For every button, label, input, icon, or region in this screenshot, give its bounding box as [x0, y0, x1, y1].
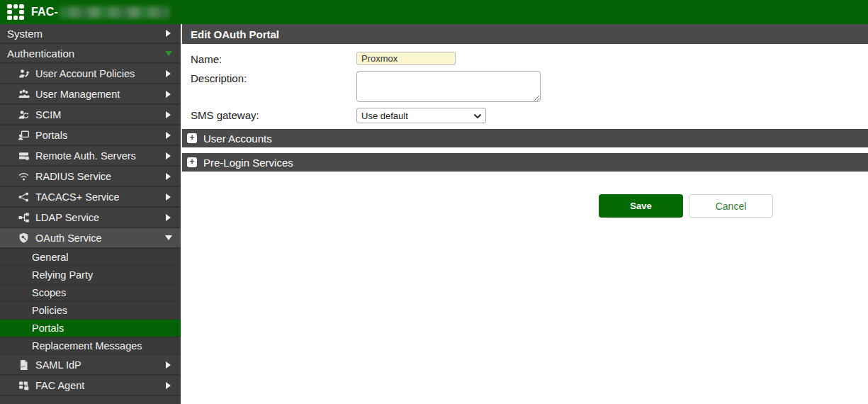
sidebar-item-authentication[interactable]: Authentication [0, 44, 181, 64]
top-header-bar: FAC- [0, 0, 868, 24]
sidebar-item-label: OAuth Service [35, 232, 165, 244]
section-label: Pre-Login Services [203, 157, 293, 169]
wifi-icon [18, 170, 31, 182]
chevron-right-icon [166, 132, 171, 139]
sidebar-item-label: RADIUS Service [35, 171, 166, 182]
sidebar-item-label: User Account Policies [35, 68, 166, 79]
expand-plus-icon[interactable]: + [187, 133, 197, 143]
chevron-right-icon [166, 70, 171, 77]
section-pre-login-services[interactable]: + Pre-Login Services [182, 153, 868, 172]
user-sync-icon [18, 108, 31, 120]
servers-icon [18, 150, 31, 162]
sidebar-item-label: TACACS+ Service [35, 191, 166, 203]
network-icon [18, 191, 31, 203]
sidebar-item-label: Portals [35, 130, 166, 141]
description-textarea[interactable] [356, 71, 541, 102]
cancel-button[interactable]: Cancel [689, 194, 773, 218]
sidebar-item-label: User Management [35, 89, 166, 100]
sidebar: System Authentication User Account Polic… [0, 24, 181, 404]
sidebar-item-user-account-policies[interactable]: User Account Policies [0, 64, 181, 84]
oauth-service-submenu: General Relying Party Scopes Policies Po… [0, 249, 181, 355]
sms-gateway-label: SMS gateway: [191, 108, 356, 123]
sms-gateway-select[interactable]: Use default [356, 108, 486, 123]
redacted-hostname [60, 6, 169, 18]
description-label: Description: [191, 71, 356, 102]
tree-icon [18, 211, 31, 223]
section-label: User Accounts [203, 133, 272, 145]
user-window-icon [18, 129, 31, 141]
sidebar-item-portals[interactable]: Portals [0, 125, 181, 146]
sidebar-item-label: Remote Auth. Servers [35, 150, 166, 162]
sidebar-item-system[interactable]: System [0, 24, 181, 44]
chevron-right-icon [166, 193, 171, 201]
sidebar-item-tacacs-service[interactable]: TACACS+ Service [0, 187, 181, 208]
save-button[interactable]: Save [599, 194, 683, 218]
section-user-accounts[interactable]: + User Accounts [182, 129, 868, 147]
chevron-right-icon [166, 111, 171, 118]
submenu-item-scopes[interactable]: Scopes [0, 284, 181, 302]
chevron-down-icon [165, 51, 172, 56]
sidebar-filler [0, 396, 181, 404]
sidebar-item-label: Authentication [7, 47, 165, 60]
shield-key-icon [18, 232, 31, 244]
brand-title: FAC- [31, 6, 58, 18]
sidebar-item-oauth-service[interactable]: OAuth Service [0, 228, 181, 249]
grid-lock-icon [18, 379, 31, 391]
expand-plus-icon[interactable]: + [187, 157, 197, 167]
sidebar-item-user-management[interactable]: User Management [0, 84, 181, 105]
submenu-item-label: Replacement Messages [32, 340, 142, 352]
submenu-item-policies[interactable]: Policies [0, 302, 181, 320]
name-input[interactable] [356, 52, 456, 65]
sidebar-item-label: FAC Agent [35, 380, 166, 391]
chevron-right-icon [166, 361, 171, 369]
submenu-item-label: Relying Party [32, 269, 93, 281]
sidebar-item-radius-service[interactable]: RADIUS Service [0, 167, 181, 187]
submenu-item-label: Scopes [32, 287, 66, 298]
main-content: Edit OAuth Portal Name: Description: SMS… [181, 24, 868, 404]
page-title-bar: Edit OAuth Portal [182, 24, 868, 44]
submenu-item-replacement-messages[interactable]: Replacement Messages [0, 337, 181, 355]
sidebar-item-label: System [7, 28, 166, 40]
user-wrench-icon [18, 67, 31, 79]
submenu-item-relying-party[interactable]: Relying Party [0, 266, 181, 284]
fortinet-logo-icon [7, 4, 24, 20]
submenu-item-label: Portals [32, 322, 64, 334]
chevron-right-icon [166, 173, 171, 180]
name-label: Name: [191, 52, 356, 65]
sidebar-item-saml-idp[interactable]: SAML IdP [0, 355, 181, 376]
page-title: Edit OAuth Portal [191, 28, 279, 40]
chevron-right-icon [166, 30, 171, 37]
chevron-right-icon [166, 382, 171, 389]
sidebar-item-label: SCIM [35, 109, 166, 120]
sidebar-item-scim[interactable]: SCIM [0, 105, 181, 125]
edit-oauth-portal-form: Name: Description: SMS gateway: Use defa… [182, 44, 868, 123]
sidebar-item-remote-auth-servers[interactable]: Remote Auth. Servers [0, 146, 181, 167]
submenu-item-label: Policies [32, 305, 67, 316]
form-buttons: Save Cancel [182, 194, 868, 218]
submenu-item-portals-selected[interactable]: Portals [0, 320, 181, 337]
chevron-right-icon [166, 214, 171, 221]
sidebar-item-fac-agent[interactable]: FAC Agent [0, 376, 181, 396]
submenu-item-general[interactable]: General [0, 249, 181, 266]
chevron-down-icon [165, 235, 172, 240]
sms-gateway-select-wrap: Use default [356, 108, 486, 123]
document-icon [18, 359, 31, 371]
submenu-item-label: General [32, 252, 69, 263]
sidebar-item-label: LDAP Service [35, 212, 166, 223]
chevron-right-icon [166, 152, 171, 159]
sidebar-item-label: SAML IdP [35, 359, 166, 371]
chevron-right-icon [166, 91, 171, 98]
users-icon [18, 88, 31, 100]
sidebar-item-ldap-service[interactable]: LDAP Service [0, 208, 181, 228]
